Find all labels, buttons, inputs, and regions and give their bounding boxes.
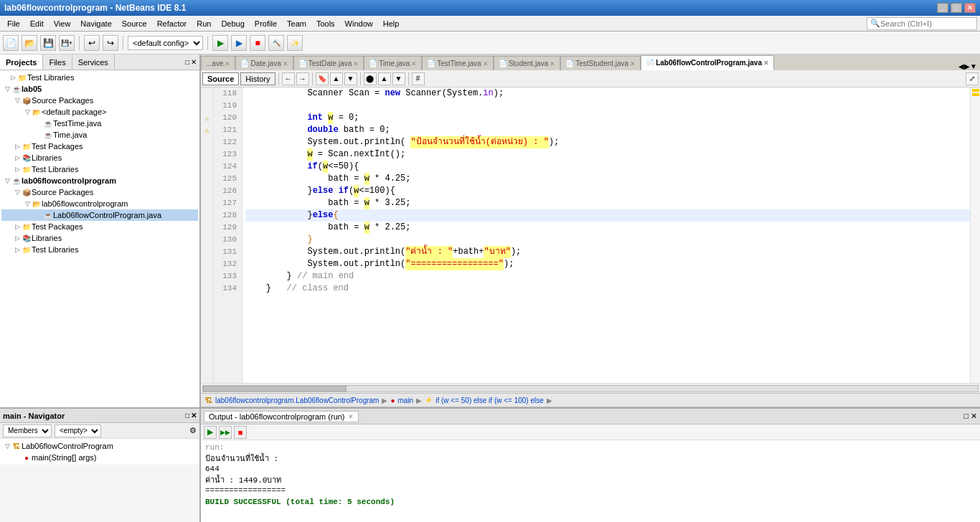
tab-dropdown-icon[interactable]: ▼ — [970, 62, 977, 70]
next-bookmark-icon[interactable]: ▼ — [344, 72, 357, 85]
debug-button[interactable]: ▶ — [231, 35, 247, 51]
tab-files[interactable]: Files — [43, 54, 72, 70]
close-output-icon[interactable]: ✕ — [971, 412, 977, 421]
expand-source-icon[interactable]: ⤢ — [966, 72, 979, 85]
tab-testdate-java[interactable]: 📄 TestDate.java ✕ — [293, 56, 364, 70]
rerun-button[interactable]: ▶▶ — [219, 426, 232, 439]
tab-date-java[interactable]: 📄 Date.java ✕ — [235, 56, 293, 70]
expand-icon[interactable]: ▷ — [13, 234, 22, 242]
list-item[interactable]: ▷ 📁 Test Packages — [1, 221, 198, 232]
stop-button[interactable]: ■ — [250, 35, 265, 51]
list-item[interactable]: ▷ 📁 Test Libraries — [1, 163, 198, 175]
prev-bookmark-icon[interactable]: ▲ — [330, 72, 343, 85]
list-item[interactable]: ▽ 📂 lab06flowcontrolprogram — [1, 198, 198, 209]
close-tab-teststudent[interactable]: ✕ — [630, 60, 636, 67]
expand-icon[interactable]: ▷ — [13, 166, 22, 173]
breadcrumb-condition[interactable]: if (w <= 50) else if (w <= 100) else — [435, 397, 544, 404]
project-tree[interactable]: ▷ 📁 Test Libraries ▽ ☕ lab05 ▽ 📦 Source … — [0, 70, 199, 407]
menu-edit[interactable]: Edit — [26, 18, 48, 29]
menu-run[interactable]: Run — [192, 18, 215, 29]
minimize-button[interactable]: _ — [937, 3, 948, 13]
menu-refactor[interactable]: Refactor — [153, 18, 192, 29]
expand-icon[interactable]: ▷ — [13, 154, 22, 161]
maximize-output-icon[interactable]: □ — [963, 412, 969, 421]
tab-projects[interactable]: Projects — [0, 54, 43, 70]
tab-lab06-java[interactable]: 📄 Lab06flowControlProgram.java ✕ — [641, 55, 774, 70]
list-item[interactable]: ▷ 📁 Test Libraries — [1, 244, 198, 255]
list-item[interactable]: ▷ 📚 Libraries — [1, 232, 198, 244]
list-item[interactable]: ☕ Lab06flowControlProgram.java — [1, 209, 198, 221]
expand-icon[interactable]: ▷ — [13, 246, 22, 253]
close-panel-icon[interactable]: ✕ — [191, 58, 197, 66]
horizontal-scrollbar[interactable] — [201, 383, 980, 393]
history-button[interactable]: History — [240, 72, 275, 85]
menu-help[interactable]: Help — [379, 18, 404, 29]
close-tab-time[interactable]: ✕ — [411, 60, 417, 67]
close-button[interactable]: ✕ — [964, 3, 976, 13]
menu-file[interactable]: File — [3, 18, 24, 29]
code-content[interactable]: Scanner Scan = new Scanner(System.in); i… — [242, 87, 970, 383]
menu-source[interactable]: Source — [118, 18, 151, 29]
menu-navigate[interactable]: Navigate — [76, 18, 116, 29]
maximize-nav-icon[interactable]: □ — [185, 412, 189, 419]
toggle-breakpoint-icon[interactable]: ⬤ — [364, 72, 377, 85]
close-tab-student[interactable]: ✕ — [550, 60, 555, 67]
expand-icon[interactable]: ▽ — [3, 177, 11, 184]
list-item[interactable]: ▽ 📦 Source Packages — [1, 186, 198, 198]
clean-build-button[interactable]: ✨ — [287, 35, 303, 51]
run-button[interactable]: ▶ — [212, 35, 228, 51]
expand-icon[interactable]: ▷ — [9, 74, 17, 81]
menu-profile[interactable]: Profile — [250, 18, 281, 29]
expand-icon[interactable]: ▽ — [3, 442, 11, 450]
close-tab-testdate[interactable]: ✕ — [353, 60, 359, 67]
tab-testtime-java[interactable]: 📄 TestTime.java ✕ — [422, 56, 493, 70]
breadcrumb-method[interactable]: main — [398, 397, 414, 404]
close-tab-testtime[interactable]: ✕ — [483, 60, 489, 67]
expand-icon[interactable]: ▽ — [23, 108, 32, 115]
menu-tools[interactable]: Tools — [312, 18, 339, 29]
source-button[interactable]: Source — [202, 72, 239, 85]
members-select[interactable]: Members — [3, 424, 52, 437]
menu-team[interactable]: Team — [283, 18, 311, 29]
navigator-tree[interactable]: ▽ 🏗 Lab06flowControlProgram ● main(Strin… — [0, 439, 199, 465]
nav-class-item[interactable]: ▽ 🏗 Lab06flowControlProgram — [1, 440, 198, 452]
maximize-panel-icon[interactable]: □ — [185, 58, 189, 66]
toggle-linenum-icon[interactable]: # — [412, 72, 425, 85]
run-again-button[interactable]: ▶ — [204, 426, 217, 439]
close-output-tab[interactable]: ✕ — [348, 413, 354, 420]
menu-view[interactable]: View — [50, 18, 75, 29]
tab-services[interactable]: Services — [72, 54, 115, 70]
list-item[interactable]: ☕ Time.java — [1, 129, 198, 141]
breadcrumb-class[interactable]: lab06flowcontrolprogram.Lab06flowControl… — [215, 397, 379, 404]
list-item[interactable]: ▽ 📦 Source Packages — [1, 95, 198, 106]
list-item[interactable]: ▷ 📁 Test Libraries — [1, 72, 198, 83]
expand-icon[interactable]: ▷ — [13, 143, 22, 150]
expand-icon[interactable]: ▷ — [13, 223, 22, 230]
menu-debug[interactable]: Debug — [217, 18, 248, 29]
new-button[interactable]: 📄 — [3, 35, 19, 51]
forward-icon[interactable]: → — [296, 72, 309, 85]
list-item[interactable]: ▷ 📁 Test Packages — [1, 141, 198, 152]
filter-select[interactable]: <empty> — [55, 424, 101, 437]
config-nav-icon[interactable]: ⚙ — [189, 426, 197, 435]
tab-ave[interactable]: ...ave ✕ — [201, 56, 235, 70]
list-item[interactable]: ▽ ☕ lab05 — [1, 83, 198, 95]
close-tab-lab06[interactable]: ✕ — [763, 60, 769, 67]
menu-window[interactable]: Window — [341, 18, 377, 29]
list-item[interactable]: ▷ 📚 Libraries — [1, 152, 198, 163]
stop-output-button[interactable]: ■ — [234, 426, 247, 439]
close-nav-icon[interactable]: ✕ — [191, 412, 197, 419]
expand-icon[interactable]: ▽ — [13, 97, 22, 104]
nav-method-item[interactable]: ● main(String[] args) — [1, 452, 198, 463]
list-item[interactable]: ▽ ☕ lab06flowcontrolprogram — [1, 175, 198, 186]
expand-icon[interactable]: ▽ — [23, 200, 32, 207]
next-error-icon[interactable]: ▼ — [392, 72, 405, 85]
tab-time-java[interactable]: 📄 Time.java ✕ — [364, 56, 422, 70]
tab-teststudent-java[interactable]: 📄 TestStudent.java ✕ — [560, 56, 641, 70]
build-button[interactable]: 🔨 — [268, 35, 284, 51]
redo-button[interactable]: ↪ — [103, 35, 118, 51]
open-button[interactable]: 📂 — [22, 35, 37, 51]
maximize-button[interactable]: □ — [951, 3, 962, 13]
list-item[interactable]: ▽ 📂 <default package> — [1, 106, 198, 118]
undo-button[interactable]: ↩ — [84, 35, 100, 51]
